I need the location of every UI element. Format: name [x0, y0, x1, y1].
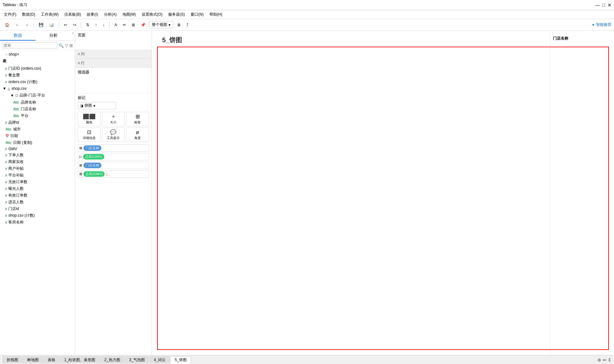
field-platform-subsidy[interactable]: # 平台补贴: [0, 172, 75, 179]
left-panel: 数据 分析 › 🔍 ▽ ⊞ ○ shop+ 表 # 门店ID (orders.c…: [0, 31, 75, 355]
mark-field-3-pill[interactable]: 门店名称: [83, 163, 101, 168]
tab-icon-0[interactable]: ⊕: [597, 357, 601, 362]
field-platform[interactable]: Abc 平台: [0, 112, 75, 119]
sheet-tab-2_热力图[interactable]: 2_热力图: [100, 356, 124, 363]
field-valid-orders[interactable]: # 有效订单数: [0, 192, 75, 199]
new-datasource-button[interactable]: 📊: [47, 22, 56, 28]
detail-button[interactable]: ⊡ 详细信息: [78, 128, 101, 142]
marks-type-dropdown[interactable]: ◑ 饼图 ▾: [78, 102, 116, 109]
sort-asc-button[interactable]: ↑: [93, 22, 99, 28]
share-button[interactable]: ⤴: [184, 22, 191, 28]
menu-服务器(S)[interactable]: 服务器(S): [166, 11, 187, 18]
maximize-button[interactable]: □: [602, 3, 605, 8]
redo-button[interactable]: ↪: [71, 22, 78, 28]
undo-button[interactable]: ↩: [62, 22, 69, 28]
grid-icon[interactable]: ⊞: [69, 43, 73, 48]
menu-仪表板(B)[interactable]: 仪表板(B): [62, 11, 83, 18]
marks-type-label: 饼图: [84, 103, 92, 108]
forward-button[interactable]: →: [23, 22, 31, 28]
view-dropdown[interactable]: 整个视图 ▾: [149, 21, 173, 28]
label-button[interactable]: A: [112, 22, 119, 28]
columns-shelf: ≡ 列: [75, 50, 152, 59]
view-label: 整个视图: [152, 22, 167, 27]
field-visitors[interactable]: # 进店人数: [0, 199, 75, 205]
back-button[interactable]: ←: [13, 22, 21, 28]
field-merchant-subsidy[interactable]: # 商户补贴: [0, 165, 75, 172]
menu-窗口(N)[interactable]: 窗口(N): [188, 11, 206, 18]
mark-field-1-pill[interactable]: 门店名称: [83, 145, 101, 151]
filter-icon[interactable]: ▽: [65, 43, 68, 48]
field-storeid[interactable]: # 门店id: [0, 205, 75, 212]
search-icon[interactable]: 🔍: [59, 43, 64, 48]
field-date[interactable]: 📅 日期: [0, 133, 75, 139]
size-button[interactable]: ⚬ 大小: [102, 112, 125, 126]
sheet-tab-1_柱状图、条形图[interactable]: 1_柱状图、条形图: [60, 356, 99, 363]
menu-设置格式(O)[interactable]: 设置格式(O): [139, 11, 165, 18]
tab-analysis[interactable]: 分析: [35, 31, 71, 41]
sheet-tab-表格[interactable]: 表格: [43, 356, 59, 363]
sort-desc-button[interactable]: ↓: [100, 22, 107, 28]
field-orders-count2[interactable]: # 下单人数: [0, 152, 75, 159]
datasource-item[interactable]: ○ shop+: [0, 51, 75, 57]
sheet-tab-3_气泡图[interactable]: 3_气泡图: [125, 356, 149, 363]
tab-data[interactable]: 数据: [0, 31, 35, 41]
home-button[interactable]: 🏠: [3, 22, 12, 28]
field-brand-name[interactable]: Abc 品牌名称: [0, 99, 75, 106]
sheet-tab-5_饼图[interactable]: 5_饼图: [170, 356, 191, 364]
field-merchant-revenue[interactable]: # 商家实收: [0, 159, 75, 165]
field-customer-name[interactable]: # 客房名称: [0, 219, 75, 226]
search-input[interactable]: [2, 42, 57, 49]
marks-type-icon: ◑: [80, 104, 83, 108]
field-date-copy[interactable]: Abc 日期 (复制): [0, 139, 75, 146]
sheet-tab-折线图[interactable]: 折线图: [3, 356, 22, 363]
tab-icon-1[interactable]: ⇔: [602, 357, 606, 362]
label-button2[interactable]: ⊞ 标签: [126, 112, 149, 126]
left-panel-close[interactable]: ›: [71, 31, 75, 41]
field-store-id[interactable]: # 门店ID (orders.csv): [0, 65, 75, 72]
mark-field-2: ▷ 总和(GMV): [78, 153, 149, 160]
menu-工作表(W)[interactable]: 工作表(W): [38, 11, 61, 18]
table-section-label: 表: [0, 57, 75, 65]
table-button[interactable]: ⊞: [130, 22, 137, 28]
menu-数据(D)[interactable]: 数据(D): [20, 11, 38, 18]
brand-group[interactable]: ▼ ⬡ 品牌-门店-平台: [0, 92, 75, 99]
fix-button[interactable]: 📌: [138, 22, 148, 28]
menu-文件(F)[interactable]: 文件(F): [1, 11, 19, 18]
shopcsvgroup[interactable]: ▼ △ shop.csv: [0, 85, 75, 92]
field-store-name[interactable]: Abc 门店名称: [0, 106, 75, 112]
field-brand-id[interactable]: # 品牌id: [0, 119, 75, 126]
field-orders-count[interactable]: # orders.csv (计数): [0, 79, 75, 85]
mark-field-2-pill[interactable]: 总和(GMV): [83, 154, 104, 159]
menu-帮助(H)[interactable]: 帮助(H): [207, 11, 225, 18]
minimize-button[interactable]: —: [595, 3, 600, 8]
bottom-tabs: 折线图树地图表格1_柱状图、条形图2_热力图3_气泡图4_词云5_饼图⊕⇔⇕: [0, 355, 614, 364]
field-shopcsvcount[interactable]: # shop.csv (计数): [0, 212, 75, 219]
close-button[interactable]: ✕: [608, 3, 611, 8]
mark-field-2-icon: ▷: [79, 155, 82, 159]
mark-field-4-pill[interactable]: 总和(GMV): [83, 171, 105, 177]
device-button[interactable]: 🖥: [175, 22, 183, 28]
field-city[interactable]: Abc 城市: [0, 126, 75, 133]
field-invalid-orders[interactable]: # 无效订单数: [0, 179, 75, 185]
menu-故事(I)[interactable]: 故事(I): [84, 11, 100, 18]
color-button[interactable]: ⬛⬛ 颜色: [78, 112, 101, 126]
sheet-tab-4_词云[interactable]: 4_词云: [150, 356, 170, 363]
tab-icon-2[interactable]: ⇕: [608, 357, 611, 362]
smart-rec-button[interactable]: ✦ 智能推荐: [592, 22, 611, 27]
menu-分析(A)[interactable]: 分析(A): [101, 11, 119, 18]
marks-type-chevron: ▾: [93, 104, 95, 108]
field-gmv[interactable]: # GMV: [0, 146, 75, 152]
left-tabs: 数据 分析 ›: [0, 31, 75, 41]
tooltip-button[interactable]: 💬 工具提示: [102, 128, 125, 142]
center-area: 页面 ≡ 列 ≡ 行 筛选器 标记: [75, 31, 614, 355]
field-box-fee[interactable]: # 餐盒费: [0, 72, 75, 79]
menu-地图(M)[interactable]: 地图(M): [120, 11, 138, 18]
marks-fields-list: ⊞ 门店名称 ▷ 总和(GMV) ⊞ 门店名称 ⊞: [78, 144, 149, 178]
save-button[interactable]: 💾: [36, 22, 46, 28]
angle-button[interactable]: ⌀ 角度: [126, 128, 149, 142]
swap-button[interactable]: ⇅: [84, 22, 91, 28]
field-exposure[interactable]: # 曝光人数: [0, 185, 75, 192]
sheet-tab-树地图[interactable]: 树地图: [23, 356, 43, 363]
chart-area: [152, 31, 550, 355]
highlight-button[interactable]: ✏: [121, 22, 128, 28]
